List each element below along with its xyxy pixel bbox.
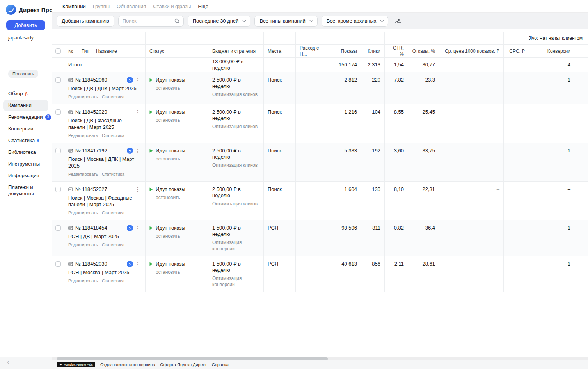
totals-ctr: 1,54 bbox=[384, 58, 408, 72]
campaign-type-icon bbox=[68, 187, 73, 192]
sidebar-item[interactable]: Платежи и документы bbox=[3, 182, 48, 199]
sidebar-item[interactable]: Рекомендации 3 bbox=[3, 112, 48, 123]
header-type[interactable]: Тип bbox=[82, 48, 96, 54]
table-row: № 118452030 ⋮ РСЯ | Москва | Март 2025 bbox=[52, 256, 588, 292]
row-checkbox[interactable] bbox=[55, 261, 61, 267]
footer-link[interactable]: Справка bbox=[212, 362, 229, 367]
tab[interactable]: Ставки и фразы bbox=[153, 4, 191, 9]
stop-link[interactable]: остановить bbox=[156, 194, 204, 201]
sidebar-item[interactable]: Инструменты bbox=[3, 159, 48, 169]
sidebar-item[interactable]: Кампании bbox=[3, 100, 48, 111]
sidebar-item[interactable]: Обзор β bbox=[3, 88, 48, 99]
tab[interactable]: Кампании bbox=[62, 4, 86, 9]
date-range-select[interactable]: Последние 30 дней bbox=[188, 16, 251, 27]
content-row: Директ Про Добавить japanfasady Пополнит… bbox=[0, 0, 588, 357]
autopilot-icon[interactable] bbox=[127, 148, 133, 154]
row-menu-icon[interactable]: ⋮ bbox=[134, 148, 141, 153]
header-name-cell[interactable]: № Тип Название bbox=[64, 45, 145, 57]
header-conversions[interactable]: Конверсии bbox=[529, 45, 588, 57]
stats-link[interactable]: Статистика bbox=[102, 242, 124, 248]
header-bounces[interactable]: Отказы, % bbox=[408, 45, 439, 57]
sidebar-item[interactable]: Конверсии bbox=[3, 123, 48, 134]
sidebar-item[interactable]: Информация bbox=[3, 170, 48, 181]
header-budget[interactable]: Бюджет и стратегия bbox=[208, 45, 263, 57]
edit-link[interactable]: Редактировать bbox=[68, 278, 98, 284]
tab[interactable]: Группы bbox=[93, 4, 110, 9]
budget-cell: 2 500,00 ₽ в неделю Оптимизация кликов bbox=[208, 182, 263, 220]
neuro-ads-badge[interactable]: ✦ Yandex Neuro Ads bbox=[57, 362, 95, 367]
tab[interactable]: Ещё bbox=[198, 4, 208, 9]
sidebar-item[interactable]: Библиотека bbox=[3, 147, 48, 158]
header-cpc[interactable]: CPC, ₽ bbox=[503, 45, 529, 57]
row-menu-icon[interactable]: ⋮ bbox=[134, 225, 141, 231]
campaign-name[interactable]: Поиск | ДВ | Фасадные панели | Март 2025 bbox=[68, 117, 141, 130]
edit-link[interactable]: Редактировать bbox=[68, 132, 98, 139]
stop-link[interactable]: остановить bbox=[156, 156, 204, 162]
header-cpm[interactable]: Ср. цена 1000 показов, ₽ bbox=[439, 45, 503, 57]
autopilot-icon[interactable] bbox=[127, 77, 133, 83]
edit-link[interactable]: Редактировать bbox=[68, 171, 98, 177]
row-checkbox[interactable] bbox=[55, 109, 61, 115]
edit-link[interactable]: Редактировать bbox=[68, 210, 98, 216]
row-checkbox[interactable] bbox=[55, 77, 61, 83]
sidebar-item[interactable]: Статистика bbox=[3, 135, 48, 146]
stop-link[interactable]: остановить bbox=[156, 233, 204, 239]
stats-link[interactable]: Статистика bbox=[102, 94, 124, 100]
stop-link[interactable]: остановить bbox=[156, 117, 204, 123]
conversions-value: 1 bbox=[529, 220, 588, 256]
stats-link[interactable]: Статистика bbox=[102, 171, 124, 177]
row-menu-icon[interactable]: ⋮ bbox=[134, 187, 141, 192]
columns-settings-button[interactable] bbox=[392, 16, 404, 27]
header-ctr[interactable]: CTR, % bbox=[384, 45, 408, 57]
stop-link[interactable]: остановить bbox=[156, 269, 204, 275]
archive-filter-select[interactable]: Все, кроме архивных bbox=[322, 16, 389, 27]
header-status[interactable]: Статус bbox=[145, 45, 208, 57]
row-menu-icon[interactable]: ⋮ bbox=[134, 109, 141, 115]
add-campaign-button[interactable]: Добавить кампанию bbox=[57, 16, 114, 27]
campaign-name[interactable]: Поиск | Москва | ДПК | Март 2025 bbox=[68, 156, 141, 169]
row-checkbox[interactable] bbox=[55, 148, 61, 153]
stop-link[interactable]: остановить bbox=[156, 85, 204, 91]
scrollbar-thumb[interactable] bbox=[57, 357, 328, 360]
row-menu-icon[interactable]: ⋮ bbox=[134, 261, 141, 267]
row-checkbox[interactable] bbox=[55, 225, 61, 231]
archive-filter-value: Все, кроме архивных bbox=[327, 18, 377, 24]
bounces-value: 22,31 bbox=[408, 182, 439, 220]
header-impressions[interactable]: Показы bbox=[329, 45, 361, 57]
edit-link[interactable]: Редактировать bbox=[68, 94, 98, 100]
topup-button[interactable]: Пополнить bbox=[8, 70, 38, 78]
campaign-name[interactable]: Поиск | ДВ | ДПК | Март 2025 bbox=[68, 85, 141, 92]
stats-link[interactable]: Статистика bbox=[102, 132, 124, 139]
table-row: № 118417192 ⋮ Поиск | Москва | ДПК | Мар… bbox=[52, 143, 588, 182]
header-num[interactable]: № bbox=[68, 48, 82, 54]
totals-row: Итого 13 000,00 ₽ в неделю 150 174 2 313… bbox=[52, 58, 588, 72]
conversions-value: – bbox=[529, 182, 588, 220]
tab[interactable]: Объявления bbox=[117, 4, 146, 9]
header-places[interactable]: Места bbox=[263, 45, 295, 57]
autopilot-icon[interactable] bbox=[127, 261, 133, 267]
play-icon bbox=[149, 110, 153, 114]
stats-link[interactable]: Статистика bbox=[102, 278, 124, 284]
footer-link[interactable]: Отдел клиентского сервиса bbox=[100, 362, 155, 367]
header-clicks[interactable]: Клики bbox=[361, 45, 384, 57]
collapse-sidebar-icon[interactable]: ‹ bbox=[7, 359, 9, 365]
footer-link[interactable]: Оферта Яндекс Директ bbox=[160, 362, 207, 367]
sidebar-item-label: Библиотека bbox=[8, 149, 36, 155]
bounces-value: 33,75 bbox=[408, 143, 439, 181]
search-input[interactable] bbox=[123, 18, 172, 24]
status-text: Идут показы bbox=[156, 261, 185, 267]
header-expense[interactable]: Расход с Н... bbox=[295, 45, 329, 57]
autopilot-icon[interactable] bbox=[127, 225, 133, 231]
header-name[interactable]: Название bbox=[96, 48, 117, 54]
add-button[interactable]: Добавить bbox=[6, 20, 45, 30]
campaign-name[interactable]: Поиск | Москва | Фасадные панели | Март … bbox=[68, 194, 141, 208]
horizontal-scrollbar[interactable] bbox=[52, 357, 588, 360]
campaign-name[interactable]: РСЯ | Москва | Март 2025 bbox=[68, 269, 141, 276]
edit-link[interactable]: Редактировать bbox=[68, 242, 98, 248]
campaign-name[interactable]: РСЯ | ДВ | Март 2025 bbox=[68, 233, 141, 240]
stats-link[interactable]: Статистика bbox=[102, 210, 124, 216]
select-all-checkbox[interactable] bbox=[55, 48, 61, 54]
campaign-type-select[interactable]: Все типы кампаний bbox=[254, 16, 317, 27]
row-menu-icon[interactable]: ⋮ bbox=[134, 77, 141, 83]
row-checkbox[interactable] bbox=[55, 187, 61, 192]
